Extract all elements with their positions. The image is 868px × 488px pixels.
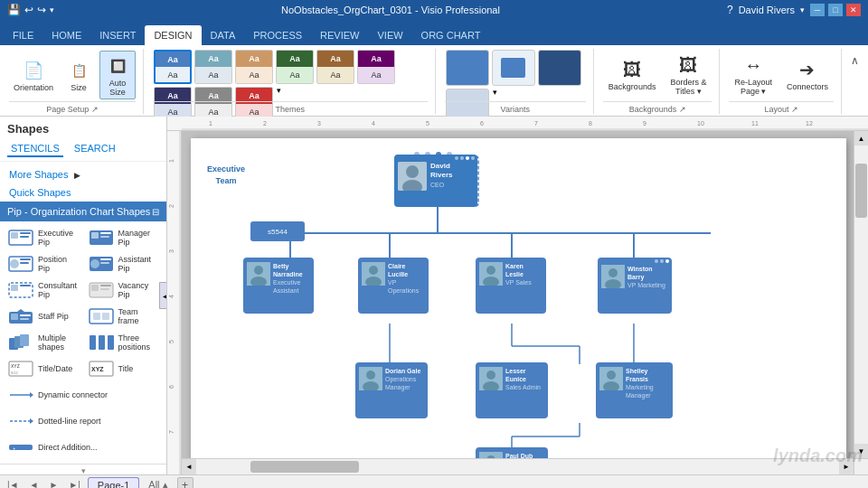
page-tab-1[interactable]: Page-1 bbox=[88, 477, 139, 488]
shape-dynamic-connector[interactable]: Dynamic connector bbox=[4, 382, 163, 408]
tab-org-chart[interactable]: ORG CHART bbox=[412, 25, 490, 45]
tab-view[interactable]: VIEW bbox=[368, 25, 411, 45]
theme-swatch-4[interactable]: Aa Aa bbox=[276, 50, 314, 84]
team-frame-icon bbox=[88, 307, 115, 325]
shape-team-frame[interactable]: Team frame bbox=[84, 304, 164, 329]
close-button[interactable]: ✕ bbox=[846, 4, 861, 16]
panel-collapse-button[interactable]: ◀ bbox=[159, 282, 167, 309]
scroll-up-button[interactable]: ▲ bbox=[854, 131, 868, 145]
s5544-node[interactable]: s5544 bbox=[250, 221, 305, 241]
dorian-node[interactable]: Dorian Gale Operations Manager bbox=[355, 362, 428, 418]
lesser-node[interactable]: Lesser Eunice Sales Admin bbox=[476, 362, 548, 418]
undo-icon[interactable]: ↩ bbox=[24, 4, 33, 16]
scroll-thumb-h[interactable] bbox=[250, 461, 359, 473]
tab-file[interactable]: FILE bbox=[4, 25, 42, 45]
backgrounds-button[interactable]: 🖼 Backgrounds bbox=[603, 56, 662, 95]
page-nav-prev[interactable]: ◄ bbox=[26, 478, 42, 488]
connectors-button[interactable]: ➔ Connectors bbox=[781, 55, 834, 95]
theme-swatch-5[interactable]: Aa Aa bbox=[316, 50, 354, 84]
quick-shapes-item[interactable]: Quick Shapes bbox=[0, 183, 166, 202]
shape-title[interactable]: XYZ Title bbox=[84, 356, 164, 381]
theme-swatch-2[interactable]: Aa Aa bbox=[194, 50, 232, 84]
scroll-thumb-v[interactable] bbox=[855, 164, 867, 218]
tab-review[interactable]: REVIEW bbox=[311, 25, 368, 45]
shape-consultant-pip[interactable]: Consultant Pip bbox=[4, 277, 83, 303]
position-pip-label: Position Pip bbox=[38, 255, 80, 273]
theme-swatch-1[interactable]: Aa Aa bbox=[154, 50, 192, 84]
variant-swatch-2[interactable] bbox=[492, 50, 535, 86]
canvas-scrollbar-horizontal[interactable]: ◄ ► bbox=[182, 458, 854, 474]
shapes-category[interactable]: Pip - Organization Chart Shapes ⊟ bbox=[0, 202, 166, 221]
shape-manager-pip[interactable]: Manager Pip bbox=[84, 225, 164, 250]
page-nav-last[interactable]: ►| bbox=[65, 478, 84, 488]
scroll-left-button[interactable]: ◄ bbox=[182, 459, 196, 474]
shape-three-positions[interactable]: Three positions bbox=[84, 330, 164, 355]
svg-point-97 bbox=[369, 266, 378, 275]
tab-home[interactable]: HOME bbox=[42, 25, 90, 45]
ribbon-tabs: FILE HOME INSERT DESIGN DATA PROCESS REV… bbox=[0, 20, 868, 45]
canvas-body[interactable]: 1 2 3 4 5 6 7 bbox=[167, 131, 868, 474]
theme-swatch-3[interactable]: Aa Aa bbox=[235, 50, 273, 84]
three-positions-icon bbox=[88, 333, 115, 352]
title-date-icon: XYZ9/12 bbox=[7, 360, 34, 378]
karen-name: Karen Leslie bbox=[505, 262, 542, 278]
dynamic-connector-icon bbox=[7, 386, 34, 404]
shelley-info: Shelley Fransis Marketing Manager bbox=[626, 367, 669, 399]
save-icon[interactable]: 💾 bbox=[7, 4, 21, 16]
shapes-list: More Shapes ▶ Quick Shapes Pip - Organiz… bbox=[0, 162, 166, 474]
tab-process[interactable]: PROCESS bbox=[244, 25, 311, 45]
page-nav-first[interactable]: |◄ bbox=[4, 478, 23, 488]
variant-swatch-1[interactable] bbox=[446, 50, 489, 86]
add-page-button[interactable]: + bbox=[177, 477, 193, 489]
variants-more-button[interactable]: ▾ bbox=[491, 88, 499, 97]
shapes-tab-stencils[interactable]: STENCILS bbox=[7, 141, 63, 157]
shape-multiple[interactable]: Multiple shapes bbox=[4, 330, 83, 355]
tab-design[interactable]: DESIGN bbox=[145, 25, 201, 45]
page-tab-all[interactable]: All ▴ bbox=[143, 477, 173, 488]
shapes-tab-search[interactable]: SEARCH bbox=[71, 141, 119, 157]
panel-expand-icon[interactable]: ▾ bbox=[81, 466, 86, 474]
karen-node[interactable]: Karen Leslie VP Sales bbox=[476, 258, 546, 314]
minimize-button[interactable]: ─ bbox=[810, 4, 825, 16]
orientation-button[interactable]: 📄 Orientation bbox=[9, 56, 58, 94]
collapse-icon[interactable]: ∧ bbox=[847, 52, 863, 69]
variant-swatch-3[interactable] bbox=[538, 50, 581, 86]
winston-node[interactable]: Winston Barry VP Marketing bbox=[598, 258, 672, 314]
app-title: NoObstacles_OrgChart_0301 - Visio Profes… bbox=[54, 5, 727, 15]
tab-insert[interactable]: INSERT bbox=[90, 25, 145, 45]
borders-titles-button[interactable]: 🖼 Borders &Titles ▾ bbox=[665, 52, 712, 99]
shape-staff-pip[interactable]: Staff Pip bbox=[4, 304, 83, 329]
themes-items: Aa Aa Aa Aa Aa Aa Aa Aa Aa Aa bbox=[153, 49, 428, 101]
auto-size-button[interactable]: 🔲 AutoSize bbox=[99, 51, 136, 99]
more-shapes-item[interactable]: More Shapes ▶ bbox=[0, 165, 166, 183]
shape-vacancy-pip[interactable]: Vacancy Pip bbox=[84, 277, 164, 303]
maximize-button[interactable]: □ bbox=[828, 4, 843, 16]
help-icon[interactable]: ? bbox=[727, 4, 733, 16]
scroll-down-button[interactable]: ▼ bbox=[854, 444, 868, 458]
shape-executive-pip[interactable]: Executive Pip bbox=[4, 225, 83, 250]
betty-node[interactable]: Betty Narradine Executive Assistant bbox=[243, 258, 314, 314]
shelley-node[interactable]: Shelley Fransis Marketing Manager bbox=[596, 362, 673, 418]
redo-icon[interactable]: ↪ bbox=[37, 4, 46, 16]
shape-dotted-line[interactable]: Dotted-line report bbox=[4, 408, 163, 434]
page-nav-next[interactable]: ► bbox=[45, 478, 61, 488]
shape-title-date[interactable]: XYZ9/12 Title/Date bbox=[4, 356, 83, 381]
shape-direct-addition[interactable]: + Direct Addition... bbox=[4, 435, 163, 460]
borders-label: Borders &Titles ▾ bbox=[670, 78, 706, 96]
shape-assistant-pip[interactable]: Assistant Pip bbox=[84, 251, 164, 277]
scroll-right-button[interactable]: ► bbox=[839, 459, 854, 474]
shape-position-pip[interactable]: Position Pip bbox=[4, 251, 83, 277]
claire-node[interactable]: Claire Lucille VP Operations bbox=[358, 258, 429, 314]
svg-text:6: 6 bbox=[168, 385, 175, 389]
re-layout-button[interactable]: ↔ Re-LayoutPage ▾ bbox=[729, 52, 778, 99]
tab-data[interactable]: DATA bbox=[202, 25, 245, 45]
themes-more-button[interactable]: ▾ bbox=[275, 86, 283, 95]
theme-swatch-6[interactable]: Aa Aa bbox=[357, 50, 395, 84]
ribbon-collapse-button[interactable]: ∧ bbox=[847, 49, 863, 114]
consultant-pip-icon bbox=[7, 281, 34, 299]
size-button[interactable]: 📋 Size bbox=[61, 56, 96, 94]
user-dropdown-icon[interactable]: ▾ bbox=[800, 5, 805, 14]
ceo-node[interactable]: David Rivers CEO bbox=[394, 155, 477, 207]
s5544-label: s5544 bbox=[268, 228, 288, 236]
canvas-scrollbar-vertical[interactable]: ▲ ▼ bbox=[854, 131, 868, 458]
